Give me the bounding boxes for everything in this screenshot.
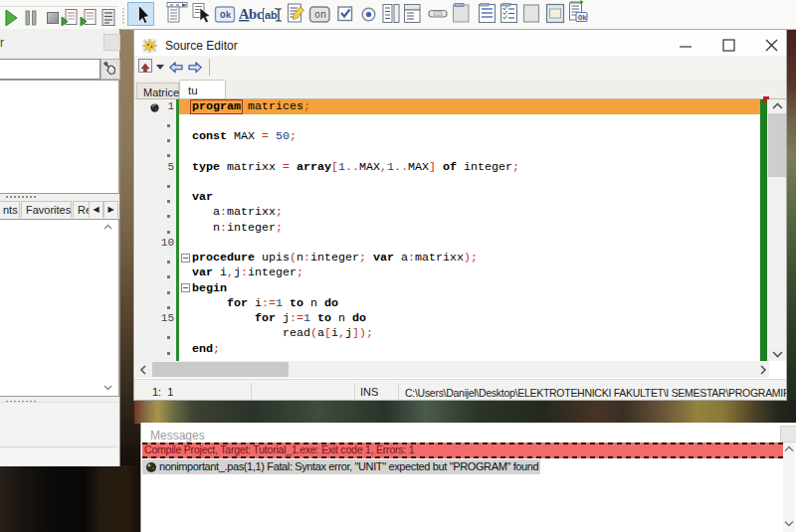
svg-text:bc: bc: [249, 6, 264, 22]
svg-text:ab: ab: [265, 9, 278, 21]
svg-text:Ok: Ok: [578, 14, 586, 22]
svg-text:Ok: Ok: [220, 10, 232, 21]
svg-text:on: on: [314, 10, 326, 21]
